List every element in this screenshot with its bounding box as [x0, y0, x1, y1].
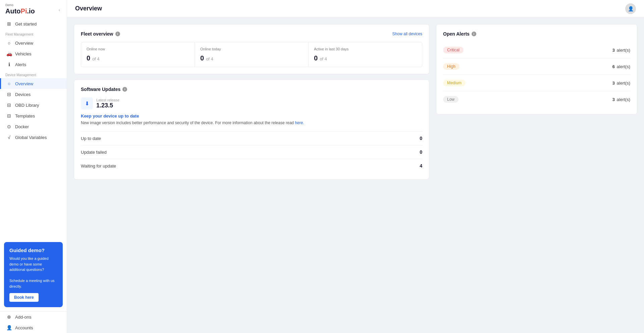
sidebar-item-alerts[interactable]: ℹ Alerts [0, 59, 67, 70]
avatar[interactable]: 👤 [625, 3, 636, 14]
alert-row-critical: Critical 3 alert(s) [443, 42, 630, 58]
update-rows: Up to date 0 Update failed 0 Waiting for… [81, 131, 422, 173]
stat-active-last-30-label: Active in last 30 days [314, 47, 417, 51]
sidebar-bottom: ⊕ Add-ons 👤 Accounts [0, 311, 67, 333]
software-updates-header: Software Updates i [81, 87, 422, 92]
stat-online-now: Online now 0 of 4 [81, 42, 195, 67]
fleet-overview-header: Fleet overview i Show all devices [81, 31, 422, 37]
overview-icon: ○ [6, 81, 12, 86]
update-notice: Keep your device up to date New image ve… [81, 113, 422, 126]
main-content: Overview 👤 Fleet overview i Show all dev… [67, 0, 644, 333]
stat-active-last-30: Active in last 30 days 0 of 4 [309, 42, 422, 67]
sidebar-item-label: Devices [15, 92, 31, 97]
docker-icon: ⊙ [6, 124, 12, 129]
device-icon: ⊟ [6, 92, 12, 97]
open-alerts-header: Open Alerts i [443, 31, 630, 37]
stat-online-now-value: 0 of 4 [87, 54, 189, 62]
update-title[interactable]: Keep your device up to date [81, 113, 422, 118]
sidebar-item-label: Templates [15, 113, 35, 118]
sidebar-item-get-started[interactable]: ⊞ Get started [0, 18, 67, 29]
software-updates-title: Software Updates i [81, 87, 127, 92]
sidebar-item-vehicles[interactable]: 🚗 Vehicles [0, 48, 67, 59]
circle-icon: ○ [6, 40, 12, 46]
guided-demo-title: Guided demo? [9, 247, 57, 253]
sidebar-item-add-ons[interactable]: ⊕ Add-ons [0, 312, 67, 322]
sidebar-logo-area: Demo AutoPi.io ‹ [0, 0, 67, 18]
variable-icon: √ [6, 135, 12, 140]
update-row-waiting: Waiting for update 4 [81, 159, 422, 173]
stat-online-today: Online today 0 of 4 [195, 42, 309, 67]
open-alerts-title: Open Alerts i [443, 31, 476, 37]
right-panel: Open Alerts i Critical 3 alert(s) High 6… [436, 24, 637, 326]
sidebar-item-accounts[interactable]: 👤 Accounts [0, 322, 67, 333]
sidebar-item-overview-fleet[interactable]: ○ Overview [0, 38, 67, 48]
fleet-overview-title: Fleet overview i [81, 31, 120, 37]
sidebar-item-label: Add-ons [15, 315, 31, 320]
left-panel: Fleet overview i Show all devices Online… [74, 24, 429, 326]
alert-row-high: High 6 alert(s) [443, 58, 630, 75]
sidebar-item-overview-device[interactable]: ○ Overview [0, 78, 67, 89]
logo-brand: AutoPi.io [5, 7, 35, 15]
sidebar: Demo AutoPi.io ‹ ⊞ Get started Fleet Man… [0, 0, 67, 333]
sidebar-item-docker[interactable]: ⊙ Docker [0, 121, 67, 132]
guided-demo-description: Would you like a guided demo or have som… [9, 256, 57, 289]
badge-high[interactable]: High [443, 63, 460, 70]
content-area: Fleet overview i Show all devices Online… [67, 17, 644, 333]
fleet-overview-info-icon[interactable]: i [115, 32, 120, 36]
alert-row-low: Low 3 alert(s) [443, 91, 630, 107]
info-icon: ℹ [6, 62, 12, 67]
sidebar-item-label: Overview [15, 41, 33, 46]
open-alerts-info-icon[interactable]: i [472, 32, 476, 36]
sidebar-nav: ⊞ Get started Fleet Management ○ Overvie… [0, 18, 67, 238]
stat-online-today-value: 0 of 4 [200, 54, 303, 62]
open-alerts-card: Open Alerts i Critical 3 alert(s) High 6… [436, 24, 637, 114]
topbar-right: 👤 [625, 3, 636, 14]
fleet-overview-card: Fleet overview i Show all devices Online… [74, 24, 429, 74]
page-title: Overview [75, 5, 102, 12]
update-desc: New image version includes better perfor… [81, 120, 422, 126]
software-updates-card: Software Updates i ⬇ Latest release 1.23… [74, 80, 429, 180]
collapse-button[interactable]: ‹ [57, 6, 61, 14]
alert-count-critical: 3 alert(s) [612, 48, 630, 53]
stat-online-now-label: Online now [87, 47, 189, 51]
update-row-failed: Update failed 0 [81, 145, 422, 159]
software-version-info: Latest release 1.23.5 [96, 98, 119, 109]
grid-icon: ⊞ [6, 21, 12, 27]
alert-row-medium: Medium 3 alert(s) [443, 75, 630, 91]
sidebar-item-templates[interactable]: ⊟ Templates [0, 110, 67, 121]
badge-low[interactable]: Low [443, 96, 459, 103]
sidebar-item-label: Docker [15, 124, 29, 129]
fleet-management-label: Fleet Management [0, 29, 67, 38]
sidebar-item-global-variables[interactable]: √ Global Variables [0, 132, 67, 143]
stats-row: Online now 0 of 4 Online today 0 of 4 [81, 42, 422, 67]
stat-active-last-30-value: 0 of 4 [314, 54, 417, 62]
software-updates-info-icon[interactable]: i [122, 87, 127, 92]
device-management-label: Device Management [0, 70, 67, 78]
show-all-devices-link[interactable]: Show all devices [392, 32, 422, 36]
alert-count-high: 6 alert(s) [612, 64, 630, 69]
software-icon: ⬇ [81, 97, 93, 109]
update-link[interactable]: here. [295, 121, 304, 125]
topbar: Overview 👤 [67, 0, 644, 17]
sidebar-item-obd-library[interactable]: ⊟ OBD Library [0, 100, 67, 110]
template-icon: ⊟ [6, 113, 12, 118]
sidebar-item-label: Global Variables [15, 135, 47, 140]
demo-label: Demo [5, 3, 13, 7]
badge-medium[interactable]: Medium [443, 80, 466, 86]
book-here-button[interactable]: Book here [9, 293, 39, 302]
sidebar-item-devices[interactable]: ⊟ Devices [0, 89, 67, 100]
update-row-up-to-date: Up to date 0 [81, 131, 422, 145]
latest-release-label: Latest release [96, 98, 119, 102]
alert-count-medium: 3 alert(s) [612, 81, 630, 86]
sidebar-item-label: OBD Library [15, 103, 39, 108]
software-release-info: ⬇ Latest release 1.23.5 [81, 97, 422, 109]
software-version: 1.23.5 [96, 102, 119, 109]
sidebar-item-label: Get started [15, 21, 37, 27]
guided-demo-box: Guided demo? Would you like a guided dem… [4, 242, 63, 307]
car-icon: 🚗 [6, 51, 12, 56]
sidebar-item-label: Overview [15, 81, 33, 86]
sidebar-item-label: Accounts [15, 325, 33, 330]
sidebar-item-label: Vehicles [15, 51, 31, 56]
account-icon: 👤 [6, 325, 12, 330]
badge-critical[interactable]: Critical [443, 47, 464, 53]
